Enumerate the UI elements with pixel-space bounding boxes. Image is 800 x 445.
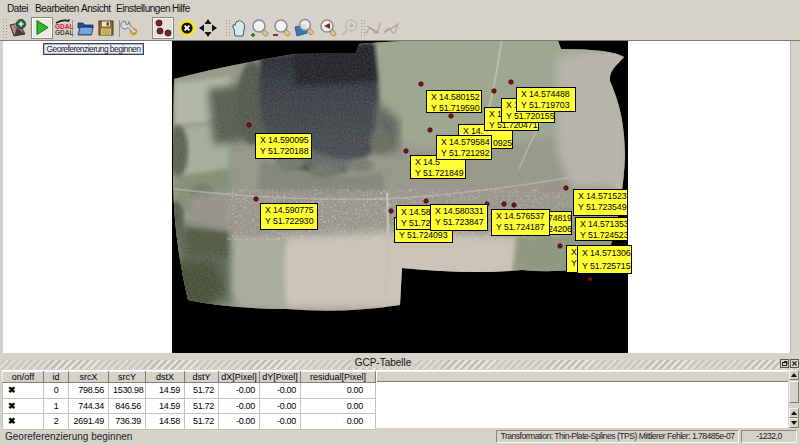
svg-text:GDAL: GDAL bbox=[55, 29, 73, 36]
